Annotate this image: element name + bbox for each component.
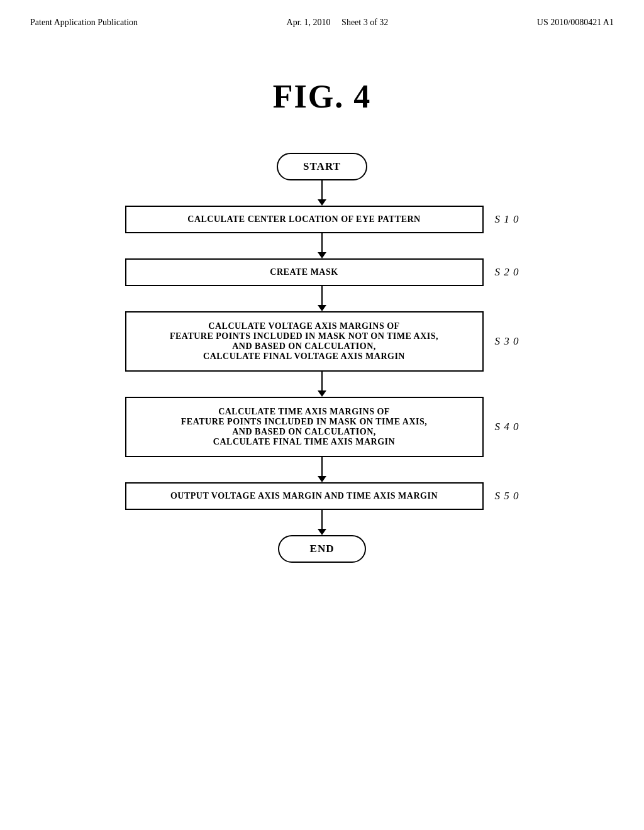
flowchart: START CALCULATE CENTER LOCATION OF EYE P… xyxy=(0,153,644,563)
start-node: START xyxy=(277,153,367,180)
step-s40-row: CALCULATE TIME AXIS MARGINS OFFEATURE PO… xyxy=(125,397,519,457)
arrow-6 xyxy=(318,510,326,535)
start-label: START xyxy=(303,160,341,172)
step-s30-row: CALCULATE VOLTAGE AXIS MARGINS OFFEATURE… xyxy=(125,311,519,372)
publication-date: Apr. 1, 2010 xyxy=(287,18,331,27)
step-s50-row: OUTPUT VOLTAGE AXIS MARGIN AND TIME AXIS… xyxy=(125,482,519,510)
patent-number: US 2010/0080421 A1 xyxy=(537,18,614,27)
step-s20-row: CREATE MASK S 2 0 xyxy=(125,258,519,286)
end-label: END xyxy=(310,543,335,555)
step-s20-text: CREATE MASK xyxy=(270,267,338,277)
step-s50-label: S 5 0 xyxy=(495,490,519,502)
page-header: Patent Application Publication Apr. 1, 2… xyxy=(0,0,644,28)
arrow-head xyxy=(318,305,326,311)
arrow-head xyxy=(318,199,326,206)
step-s10-row: CALCULATE CENTER LOCATION OF EYE PATTERN… xyxy=(125,206,519,233)
sheet-info: Sheet 3 of 32 xyxy=(341,18,388,27)
arrow-4 xyxy=(318,372,326,397)
step-s40-text: CALCULATE TIME AXIS MARGINS OFFEATURE PO… xyxy=(181,407,427,446)
step-s20-box: CREATE MASK xyxy=(125,258,484,286)
step-s40-label: S 4 0 xyxy=(495,421,519,433)
arrow-3 xyxy=(318,286,326,311)
step-s40-box: CALCULATE TIME AXIS MARGINS OFFEATURE PO… xyxy=(125,397,484,457)
step-s50-box: OUTPUT VOLTAGE AXIS MARGIN AND TIME AXIS… xyxy=(125,482,484,510)
step-s10-text: CALCULATE CENTER LOCATION OF EYE PATTERN xyxy=(187,214,420,224)
header-right: US 2010/0080421 A1 xyxy=(537,18,614,28)
arrow-2 xyxy=(318,233,326,258)
arrow-5 xyxy=(318,457,326,482)
step-s50-text: OUTPUT VOLTAGE AXIS MARGIN AND TIME AXIS… xyxy=(170,491,438,501)
figure-title: FIG. 4 xyxy=(0,78,644,115)
step-s30-box: CALCULATE VOLTAGE AXIS MARGINS OFFEATURE… xyxy=(125,311,484,372)
step-s10-box: CALCULATE CENTER LOCATION OF EYE PATTERN xyxy=(125,206,484,233)
arrow-head xyxy=(318,252,326,258)
arrow-head xyxy=(318,476,326,482)
publication-label: Patent Application Publication xyxy=(30,18,138,27)
arrow-head xyxy=(318,390,326,397)
arrow-1 xyxy=(318,180,326,206)
arrow-line xyxy=(321,180,323,199)
header-center: Apr. 1, 2010 Sheet 3 of 32 xyxy=(287,18,389,28)
step-s30-label: S 3 0 xyxy=(495,335,519,348)
arrow-line xyxy=(321,372,323,390)
arrow-head xyxy=(318,529,326,535)
arrow-line xyxy=(321,457,323,476)
end-node: END xyxy=(278,535,366,563)
arrow-line xyxy=(321,233,323,252)
step-s30-text: CALCULATE VOLTAGE AXIS MARGINS OFFEATURE… xyxy=(170,321,438,361)
step-s10-label: S 1 0 xyxy=(495,213,519,226)
arrow-line xyxy=(321,286,323,305)
header-left: Patent Application Publication xyxy=(30,18,138,28)
arrow-line xyxy=(321,510,323,529)
step-s20-label: S 2 0 xyxy=(495,266,519,279)
